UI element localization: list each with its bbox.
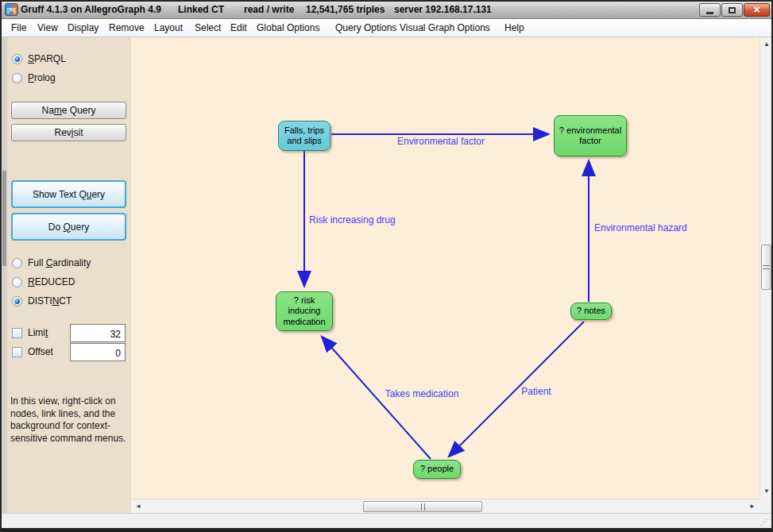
thumb-grip bbox=[763, 265, 770, 269]
edge-label-risk-increasing-drug[interactable]: Risk increasing drug bbox=[309, 214, 396, 226]
do-query-button[interactable]: Do Query bbox=[11, 213, 126, 241]
access-mode: read / write bbox=[244, 4, 294, 15]
triple-count: 12,541,765 triples bbox=[306, 4, 385, 15]
radio-prolog[interactable]: Prolog bbox=[12, 72, 56, 83]
radio-prolog-label: Prolog bbox=[28, 72, 56, 83]
scroll-down-icon[interactable]: ▼ bbox=[763, 488, 770, 495]
edge-patient[interactable] bbox=[450, 322, 584, 456]
scroll-right-icon[interactable]: ► bbox=[749, 503, 756, 510]
menu-bar: File View Display Remove Layout Select E… bbox=[2, 19, 771, 37]
store-name: Linked CT bbox=[178, 4, 224, 15]
menu-remove[interactable]: Remove bbox=[109, 22, 145, 33]
status-bar: ⋰ bbox=[2, 513, 771, 528]
edge-label-environmental-hazard[interactable]: Environmental hazard bbox=[594, 222, 687, 233]
radio-reduced-control[interactable] bbox=[12, 277, 22, 287]
radio-distinct-control[interactable] bbox=[12, 296, 22, 306]
sidebar-scrollbar-thumb[interactable] bbox=[2, 171, 6, 266]
menu-help[interactable]: Help bbox=[504, 22, 524, 33]
app-window: [FI] Gruff 4.1.3 on AllegroGraph 4.9 Lin… bbox=[0, 0, 773, 532]
radio-full-cardinality-control[interactable] bbox=[12, 258, 22, 268]
menu-visual-graph-options[interactable]: Visual Graph Options bbox=[400, 22, 490, 33]
vertical-scrollbar[interactable]: ▲ ▼ bbox=[759, 37, 771, 499]
resize-grip[interactable]: ⋰ bbox=[760, 518, 769, 526]
radio-distinct[interactable]: DISTINCT bbox=[12, 295, 72, 306]
radio-sparql-control[interactable] bbox=[12, 54, 22, 64]
node-notes[interactable]: ? notes bbox=[570, 303, 612, 320]
node-falls-trips-and-slips[interactable]: Falls, trips and slips bbox=[278, 121, 330, 151]
menu-edit[interactable]: Edit bbox=[230, 22, 247, 33]
node-people[interactable]: ? people bbox=[413, 460, 461, 479]
horizontal-scrollbar-thumb[interactable] bbox=[363, 501, 482, 512]
menu-select[interactable]: Select bbox=[195, 22, 221, 33]
sidebar-help-text: In this view, right-click on nodes, link… bbox=[10, 395, 129, 445]
menu-global-options[interactable]: Global Options bbox=[257, 22, 319, 33]
offset-input[interactable] bbox=[70, 343, 126, 361]
menu-query-options[interactable]: Query Options bbox=[335, 22, 396, 33]
limit-input[interactable] bbox=[70, 324, 126, 342]
radio-sparql[interactable]: SPARQL bbox=[12, 53, 66, 64]
edge-layer bbox=[131, 37, 759, 499]
edge-label-takes-medication[interactable]: Takes medication bbox=[385, 388, 459, 399]
limit-checkbox-row[interactable]: Limit bbox=[12, 327, 48, 338]
thumb-grip bbox=[421, 503, 425, 511]
name-query-button[interactable]: Name Query bbox=[11, 102, 126, 119]
show-text-query-button[interactable]: Show Text Query bbox=[11, 180, 126, 208]
window-title: Gruff 4.1.3 on AllegroGraph 4.9 bbox=[21, 4, 161, 15]
scroll-up-icon[interactable]: ▲ bbox=[763, 41, 770, 48]
close-button[interactable]: ✕ bbox=[744, 3, 770, 17]
menu-display[interactable]: Display bbox=[68, 22, 99, 33]
vertical-scrollbar-thumb[interactable] bbox=[761, 245, 771, 290]
radio-reduced[interactable]: REDUCED bbox=[12, 276, 75, 287]
offset-checkbox-row[interactable]: Offset bbox=[12, 346, 53, 357]
horizontal-scrollbar[interactable]: ◄ ► bbox=[131, 499, 759, 513]
radio-full-cardinality-label: Full Cardinality bbox=[28, 257, 91, 268]
node-risk-inducing-medication[interactable]: ? risk inducing medication bbox=[276, 291, 333, 331]
scroll-left-icon[interactable]: ◄ bbox=[135, 503, 141, 510]
radio-prolog-control[interactable] bbox=[12, 73, 22, 83]
menu-layout[interactable]: Layout bbox=[154, 22, 183, 33]
offset-checkbox[interactable] bbox=[12, 347, 22, 357]
edge-label-patient[interactable]: Patient bbox=[521, 386, 551, 397]
title-bar: [FI] Gruff 4.1.3 on AllegroGraph 4.9 Lin… bbox=[2, 2, 771, 19]
offset-label: Offset bbox=[28, 346, 53, 357]
radio-distinct-label: DISTINCT bbox=[28, 295, 72, 306]
radio-sparql-label: SPARQL bbox=[28, 53, 66, 64]
maximize-icon bbox=[729, 7, 736, 13]
menu-file[interactable]: File bbox=[11, 22, 26, 33]
edge-label-environmental-factor[interactable]: Environmental factor bbox=[397, 136, 485, 147]
menu-view[interactable]: View bbox=[37, 22, 58, 33]
close-icon: ✕ bbox=[753, 5, 760, 15]
radio-reduced-label: REDUCED bbox=[28, 276, 75, 287]
radio-full-cardinality[interactable]: Full Cardinality bbox=[12, 257, 91, 268]
scrollbar-corner bbox=[759, 499, 771, 513]
minimize-icon bbox=[706, 12, 713, 14]
maximize-button[interactable] bbox=[721, 3, 743, 17]
limit-label: Limit bbox=[28, 327, 48, 338]
app-icon: [FI] bbox=[5, 3, 18, 16]
node-environmental-factor[interactable]: ? environmental factor bbox=[554, 115, 627, 156]
graph-view: Environmental factor Risk increasing dru… bbox=[131, 37, 771, 513]
graph-canvas[interactable]: Environmental factor Risk increasing dru… bbox=[131, 37, 759, 499]
sidebar-scrollbar[interactable] bbox=[2, 37, 7, 513]
server-address: server 192.168.17.131 bbox=[394, 4, 492, 15]
revisit-button[interactable]: Revisit bbox=[11, 124, 126, 141]
minimize-button[interactable] bbox=[699, 3, 721, 17]
query-sidebar: SPARQL Prolog Name Query Revisit Show Te… bbox=[2, 37, 131, 513]
limit-checkbox[interactable] bbox=[12, 328, 22, 338]
